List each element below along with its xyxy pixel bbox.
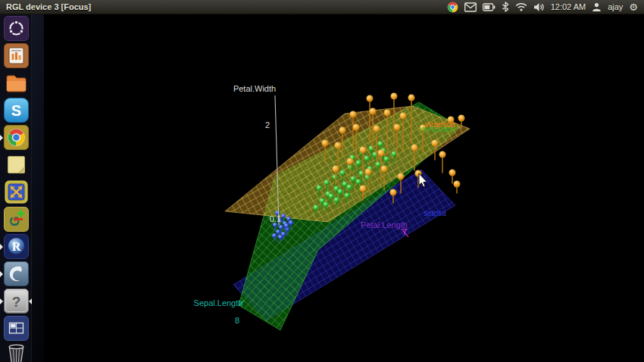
svg-text:R: R [11,240,20,253]
clock[interactable]: 12:02 AM [551,2,586,11]
swirl-icon [4,261,29,286]
launcher: S [0,14,32,362]
z-axis-label: Petal.Width [233,84,276,93]
launcher-item-r-project[interactable]: R [0,234,32,259]
skype-icon: S [4,98,29,123]
top-panel: RGL device 3 [Focus] [0,0,644,14]
trash-icon [4,343,29,362]
battery-icon[interactable] [483,3,496,11]
desktop: Petal.Width20.1Sepal.Length8Petal.Length… [0,0,644,362]
launcher-item-workspace-switcher[interactable] [0,316,32,341]
launcher-item-chrome[interactable] [0,125,32,150]
launcher-item-sticky-notes[interactable] [0,152,32,177]
window-title: RGL device 3 [Focus] [0,2,91,11]
y-tick-7: 7 [402,227,407,236]
r-project-icon: R [4,234,29,259]
volume-icon[interactable] [533,2,545,12]
svg-text:G: G [8,216,22,226]
user-icon[interactable] [592,2,602,12]
bluetooth-icon[interactable] [502,2,509,12]
launcher-item-libreoffice-impress[interactable] [0,43,32,68]
launcher-item-swirl-app[interactable] [0,261,32,286]
species-label-virginica: virginica [425,120,456,129]
chrome-tray-icon[interactable] [447,2,458,13]
launcher-item-skype[interactable]: S [0,98,32,123]
workspace-grid-icon [4,316,29,341]
settings-gear-icon[interactable]: ⚙ [629,2,638,12]
sticky-note-icon [4,152,29,177]
species-label-setosa: setosa [424,209,446,217]
chrome-icon [4,125,29,150]
folder-icon [4,70,29,95]
launcher-item-dash-home[interactable] [0,16,32,41]
launcher-item-trash[interactable] [0,343,32,362]
mail-icon[interactable] [464,2,477,12]
system-tray: 12:02 AM ajay ⚙ [447,2,644,13]
four-arrows-icon [4,179,29,204]
username[interactable]: ajay [608,2,623,11]
z-tick-01: 0.1 [270,214,281,223]
launcher-item-diagram-arrows-app[interactable] [0,179,32,204]
y-axis-label: Petal.Length [361,220,408,229]
ubuntu-logo-icon [4,16,29,41]
z-tick-2: 2 [265,120,270,130]
wifi-icon[interactable] [515,2,527,11]
launcher-item-rgl-window[interactable]: ? [0,289,32,314]
x-tick-8: 8 [235,316,239,325]
svg-text:S: S [11,102,20,119]
launcher-item-gretl[interactable]: G [0,207,32,232]
launcher-item-file-manager[interactable] [0,70,32,95]
x-axis-label: Sepal.Length [194,298,243,307]
unknown-app-icon: ? [4,289,29,314]
svg-text:?: ? [11,294,20,310]
impress-icon [4,43,29,68]
gretl-icon: G [4,207,29,232]
rgl-plot-canvas[interactable]: Petal.Width20.1Sepal.Length8Petal.Length… [0,0,644,362]
